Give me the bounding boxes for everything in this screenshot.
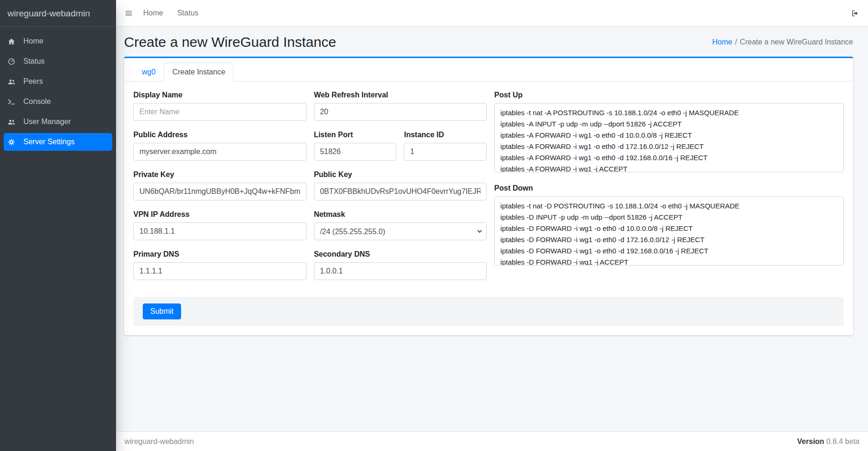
instance-card: wg0 Create Instance Display Name Public	[124, 57, 853, 335]
web-refresh-label: Web Refresh Interval	[314, 91, 487, 99]
main-column: Home Status Create a new WireGuard Insta…	[116, 0, 868, 451]
display-name-input[interactable]	[133, 103, 306, 121]
public-address-label: Public Address	[133, 131, 306, 139]
web-refresh-group: Web Refresh Interval	[314, 91, 487, 121]
secondary-dns-group: Secondary DNS	[314, 250, 487, 280]
post-down-textarea[interactable]: iptables -t nat -D POSTROUTING -s 10.188…	[494, 196, 844, 266]
footer-version-label: Version	[797, 437, 824, 445]
public-key-label: Public Key	[314, 170, 487, 179]
post-down-label: Post Down	[494, 184, 844, 192]
listen-port-input[interactable]	[314, 143, 397, 161]
logout-icon	[851, 9, 860, 18]
menu-toggle-button[interactable]	[124, 9, 133, 17]
sidebar-item-label: Console	[23, 97, 51, 106]
form-column-left: Display Name Public Address Private Key	[133, 91, 306, 290]
private-key-group: Private Key	[133, 170, 306, 200]
topnav-link-status[interactable]: Status	[177, 9, 198, 17]
display-name-group: Display Name	[133, 91, 306, 121]
home-icon	[7, 37, 20, 45]
submit-strip: Submit	[133, 297, 844, 326]
netmask-select[interactable]: /24 (255.255.255.0)	[314, 222, 487, 240]
sidebar-item-peers[interactable]: Peers	[4, 73, 112, 90]
sidebar-item-status[interactable]: Status	[4, 52, 112, 70]
sidebar-item-label: Server Settings	[23, 138, 74, 146]
primary-dns-group: Primary DNS	[133, 250, 306, 280]
sidebar: wireguard-webadmin Home Status Peers	[0, 0, 116, 451]
sidebar-item-console[interactable]: Console	[4, 93, 112, 111]
breadcrumb: Home/Create a new WireGuard Instance	[712, 38, 853, 46]
page-footer: wireguard-webadmin Version 0.8.4 beta	[116, 431, 868, 451]
breadcrumb-home-link[interactable]: Home	[712, 38, 732, 46]
terminal-icon	[7, 98, 20, 106]
public-address-group: Public Address	[133, 131, 306, 161]
sidebar-item-label: Peers	[23, 77, 43, 86]
users-icon	[7, 118, 20, 126]
form-column-middle: Web Refresh Interval Listen Port Instanc…	[314, 91, 487, 290]
vpn-ip-group: VPN IP Address	[133, 210, 306, 240]
breadcrumb-separator: /	[735, 38, 737, 46]
sidebar-item-home[interactable]: Home	[4, 32, 112, 50]
footer-app-name: wireguard-webadmin	[124, 437, 194, 446]
form-column-right: Post Up iptables -t nat -A POSTROUTING -…	[494, 91, 844, 290]
sidebar-item-label: User Manager	[23, 118, 71, 126]
page-title: Create a new WireGuard Instance	[124, 34, 336, 50]
tab-wg0[interactable]: wg0	[133, 63, 164, 81]
gauge-icon	[7, 58, 20, 66]
netmask-group: Netmask /24 (255.255.255.0)	[314, 210, 487, 240]
secondary-dns-label: Secondary DNS	[314, 250, 487, 259]
listen-port-group: Listen Port	[314, 131, 397, 161]
primary-dns-label: Primary DNS	[133, 250, 306, 259]
secondary-dns-input[interactable]	[314, 262, 487, 280]
public-key-group: Public Key	[314, 170, 487, 200]
content-wrapper: Create a new WireGuard Instance Home/Cre…	[116, 27, 868, 431]
logout-button[interactable]	[851, 9, 860, 18]
vpn-ip-input[interactable]	[133, 222, 306, 240]
top-navbar: Home Status	[116, 0, 868, 27]
sidebar-item-server-settings[interactable]: Server Settings	[4, 133, 112, 151]
public-key-input[interactable]	[314, 183, 487, 200]
display-name-label: Display Name	[133, 91, 306, 99]
topnav-link-home[interactable]: Home	[143, 9, 163, 17]
tab-create-instance[interactable]: Create Instance	[164, 63, 233, 81]
primary-dns-input[interactable]	[133, 262, 306, 280]
post-down-group: Post Down iptables -t nat -D POSTROUTING…	[494, 184, 844, 267]
app-window: wireguard-webadmin Home Status Peers	[0, 0, 868, 451]
peers-icon	[7, 78, 20, 86]
submit-button[interactable]: Submit	[143, 303, 181, 319]
breadcrumb-current: Create a new WireGuard Instance	[740, 38, 853, 46]
card-body: Display Name Public Address Private Key	[124, 81, 853, 335]
page-header: Create a new WireGuard Instance Home/Cre…	[124, 34, 853, 50]
post-up-textarea[interactable]: iptables -t nat -A POSTROUTING -s 10.188…	[494, 103, 844, 172]
instance-id-group: Instance ID	[404, 131, 487, 161]
public-address-input[interactable]	[133, 143, 306, 161]
port-id-row: Listen Port Instance ID	[314, 131, 487, 170]
vpn-ip-label: VPN IP Address	[133, 210, 306, 219]
sidebar-item-label: Status	[23, 57, 44, 66]
instance-id-input[interactable]	[404, 143, 487, 161]
hamburger-icon	[124, 9, 133, 17]
sidebar-nav: Home Status Peers Console	[0, 27, 116, 159]
listen-port-label: Listen Port	[314, 131, 397, 139]
sidebar-item-user-manager[interactable]: User Manager	[4, 113, 112, 131]
instance-form: Display Name Public Address Private Key	[133, 91, 844, 290]
gears-icon	[7, 138, 20, 146]
post-up-group: Post Up iptables -t nat -A POSTROUTING -…	[494, 91, 844, 174]
card-tabs: wg0 Create Instance	[124, 58, 853, 81]
netmask-label: Netmask	[314, 210, 487, 219]
private-key-label: Private Key	[133, 170, 306, 179]
post-up-label: Post Up	[494, 91, 844, 99]
footer-version: Version 0.8.4 beta	[797, 437, 860, 446]
brand-link[interactable]: wireguard-webadmin	[0, 0, 116, 27]
sidebar-item-label: Home	[23, 37, 44, 45]
instance-id-label: Instance ID	[404, 131, 487, 139]
private-key-input[interactable]	[133, 183, 306, 200]
footer-version-value: 0.8.4 beta	[826, 437, 860, 445]
web-refresh-input[interactable]	[314, 103, 487, 121]
